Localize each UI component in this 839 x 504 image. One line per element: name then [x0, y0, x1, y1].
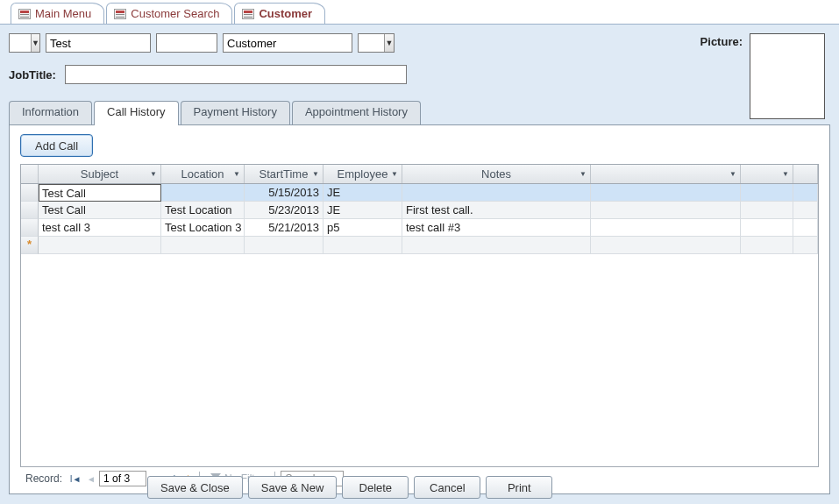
cell-location[interactable] [161, 237, 245, 254]
cell-starttime[interactable]: 5/15/2013 [245, 184, 324, 202]
cell-notes[interactable]: test call #3 [402, 219, 591, 237]
tab-label: Appointment History [305, 105, 408, 118]
tab-customer-search[interactable]: Customer Search [106, 3, 232, 24]
cell-location[interactable]: Test Location 3 [161, 219, 245, 237]
cell-starttime[interactable]: 5/23/2013 [245, 202, 324, 219]
prefix-combo[interactable]: ▼ [9, 33, 40, 53]
cell-blank[interactable] [741, 202, 793, 219]
tab-payment-history[interactable]: Payment History [181, 101, 290, 125]
cell-employee[interactable] [324, 237, 402, 254]
cell-notes[interactable]: First test call. [402, 202, 591, 219]
row-header[interactable] [21, 184, 39, 202]
save-new-button[interactable]: Save & New [248, 476, 338, 499]
tab-label: Payment History [194, 105, 277, 118]
col-subject[interactable]: Subject▼ [39, 165, 161, 183]
first-name-field[interactable] [46, 33, 151, 53]
tab-call-history[interactable]: Call History [94, 101, 178, 125]
cell-blank[interactable] [591, 219, 741, 237]
save-close-button[interactable]: Save & Close [147, 476, 243, 499]
cell-employee[interactable]: JE [324, 202, 402, 219]
tab-label: Customer Search [131, 7, 219, 20]
cell-blank[interactable] [741, 237, 793, 254]
col-location[interactable]: Location▼ [161, 165, 245, 183]
col-label: Location [181, 167, 224, 181]
chevron-down-icon[interactable]: ▼ [150, 170, 157, 178]
cancel-button[interactable]: Cancel [414, 476, 480, 499]
last-name-field[interactable] [223, 33, 352, 53]
new-record-row[interactable] [21, 237, 818, 254]
chevron-down-icon[interactable]: ▼ [579, 170, 587, 178]
col-blank[interactable]: ▼ [591, 165, 741, 183]
cell-starttime[interactable] [245, 237, 324, 254]
datasheet-header: Subject▼ Location▼ StartTime▼ Employee▼ … [21, 165, 818, 184]
suffix-combo[interactable]: ▼ [358, 33, 395, 53]
cell-subject[interactable] [39, 237, 161, 254]
cell-blank[interactable] [591, 202, 741, 219]
print-button[interactable]: Print [486, 476, 552, 499]
cell-blank[interactable] [591, 237, 741, 254]
select-all-cell[interactable] [21, 165, 39, 183]
form-icon [114, 9, 126, 19]
middle-name-field[interactable] [156, 33, 217, 53]
prefix-input[interactable] [10, 34, 31, 52]
tab-customer[interactable]: Customer [234, 3, 325, 24]
suffix-input[interactable] [359, 34, 384, 52]
chevron-down-icon[interactable]: ▼ [384, 34, 394, 52]
cell-blank[interactable] [591, 184, 741, 202]
subtab-strip: Information Call History Payment History… [9, 100, 830, 124]
row-header[interactable] [21, 202, 39, 219]
col-starttime[interactable]: StartTime▼ [245, 165, 324, 183]
col-employee[interactable]: Employee▼ [324, 165, 402, 183]
cell-employee[interactable]: p5 [324, 219, 402, 237]
chevron-down-icon[interactable]: ▼ [31, 34, 39, 52]
cell-subject[interactable]: Test Call [39, 202, 161, 219]
cell-starttime[interactable]: 5/21/2013 [245, 219, 324, 237]
cell-blank[interactable] [793, 237, 818, 254]
cell-notes[interactable] [402, 237, 591, 254]
cell-blank[interactable] [793, 219, 818, 237]
tab-label: Main Menu [35, 7, 91, 20]
col-blank[interactable] [793, 165, 818, 183]
cell-subject[interactable]: Test Call [39, 184, 161, 202]
row-header-new[interactable] [21, 237, 39, 254]
chevron-down-icon[interactable]: ▼ [729, 170, 736, 178]
col-notes[interactable]: Notes▼ [402, 165, 591, 183]
cell-subject[interactable]: test call 3 [39, 219, 161, 237]
picture-label: Picture: [700, 33, 743, 48]
table-row[interactable]: test call 3 Test Location 3 5/21/2013 p5… [21, 219, 818, 237]
tab-appointment-history[interactable]: Appointment History [292, 101, 421, 125]
add-call-button[interactable]: Add Call [20, 134, 93, 157]
col-label: Notes [481, 167, 511, 181]
document-tabstrip: Main Menu Customer Search Customer [0, 0, 839, 25]
tab-information[interactable]: Information [9, 101, 92, 125]
cell-blank[interactable] [793, 202, 818, 219]
datasheet-body: Test Call 5/15/2013 JE Test Call Test Lo… [21, 184, 818, 466]
cell-blank[interactable] [793, 184, 818, 202]
middle-name-input[interactable] [157, 34, 217, 52]
cell-blank[interactable] [741, 219, 793, 237]
chevron-down-icon[interactable]: ▼ [233, 170, 240, 178]
table-row[interactable]: Test Call Test Location 5/23/2013 JE Fir… [21, 202, 818, 219]
cell-location[interactable] [161, 184, 245, 202]
delete-button[interactable]: Delete [342, 476, 409, 499]
cell-blank[interactable] [741, 184, 793, 202]
form-action-bar: Save & Close Save & New Delete Cancel Pr… [0, 476, 839, 499]
cell-notes[interactable] [402, 184, 591, 202]
tab-main-menu[interactable]: Main Menu [11, 3, 104, 24]
tab-label: Information [22, 105, 79, 118]
tab-label: Call History [107, 105, 165, 118]
job-title-input[interactable] [65, 65, 407, 84]
customer-subtabs: Information Call History Payment History… [9, 100, 830, 494]
first-name-input[interactable] [46, 34, 150, 52]
calls-datasheet: Subject▼ Location▼ StartTime▼ Employee▼ … [20, 164, 819, 467]
chevron-down-icon[interactable]: ▼ [782, 170, 789, 178]
last-name-input[interactable] [224, 34, 352, 52]
col-blank[interactable]: ▼ [741, 165, 793, 183]
chevron-down-icon[interactable]: ▼ [312, 170, 319, 178]
cell-location[interactable]: Test Location [161, 202, 245, 219]
row-header[interactable] [21, 219, 39, 237]
table-row[interactable]: Test Call 5/15/2013 JE [21, 184, 818, 202]
name-fields-row: ▼ ▼ Picture: [9, 33, 830, 53]
cell-employee[interactable]: JE [324, 184, 402, 202]
chevron-down-icon[interactable]: ▼ [391, 170, 398, 178]
